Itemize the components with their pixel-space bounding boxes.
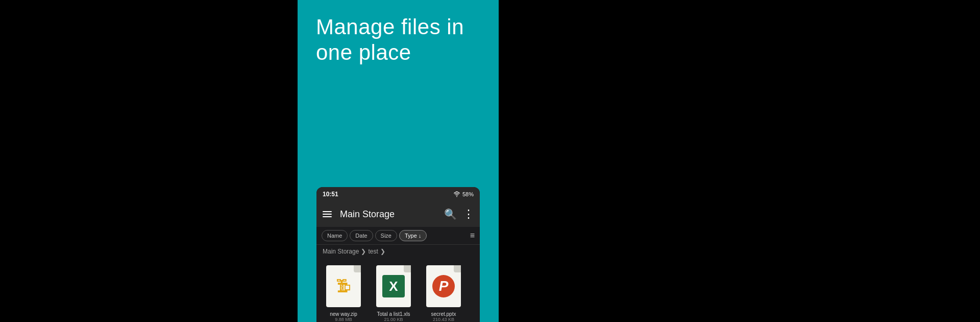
status-bar: 10:51 58% <box>316 187 480 201</box>
ppt-icon: P <box>432 275 455 297</box>
xls-filesize: 21.00 KB <box>384 317 403 322</box>
center-panel: Manage files in one place 10:51 58% Main… <box>298 0 499 322</box>
excel-icon: X <box>382 275 405 297</box>
headline-line2: one place <box>316 40 411 64</box>
status-time: 10:51 <box>323 191 338 198</box>
battery-text: 58% <box>462 191 474 197</box>
sort-bar: Name Date Size Type ↓ ≡ <box>316 227 480 245</box>
file-item-zip[interactable]: 🗜 new way.zip 9.88 MB <box>321 263 366 322</box>
sort-size[interactable]: Size <box>375 230 397 241</box>
headline: Manage files in one place <box>298 0 482 76</box>
zip-filesize: 9.88 MB <box>335 317 352 322</box>
search-icon[interactable]: 🔍 <box>444 208 457 220</box>
phone-mockup: 10:51 58% Main Storage 🔍 ⋮ Name Date Si <box>316 187 480 322</box>
zip-icon: 🗜 <box>336 278 351 295</box>
breadcrumb-main[interactable]: Main Storage <box>323 248 359 255</box>
breadcrumb-sep1: ❯ <box>361 248 366 255</box>
breadcrumb-sep2: ❯ <box>380 248 385 255</box>
app-bar: Main Storage 🔍 ⋮ <box>316 201 480 227</box>
zip-filename: new way.zip <box>330 311 357 317</box>
pptx-page: P <box>426 265 461 307</box>
sort-type[interactable]: Type ↓ <box>399 230 427 241</box>
view-icon[interactable]: ≡ <box>470 231 475 240</box>
sort-date[interactable]: Date <box>350 230 373 241</box>
wifi-icon <box>453 191 460 198</box>
file-item-xls[interactable]: X Total a list1.xls 21.00 KB <box>371 263 416 322</box>
left-panel <box>0 0 298 322</box>
headline-line1: Manage files in <box>316 15 464 39</box>
right-panel <box>499 0 980 322</box>
file-item-pptx[interactable]: P secret.pptx 210.43 KB <box>421 263 467 322</box>
sort-name[interactable]: Name <box>322 230 348 241</box>
file-grid: 🗜 new way.zip 9.88 MB X Total a list1.xl… <box>316 258 480 322</box>
zip-page: 🗜 <box>326 265 361 307</box>
app-bar-title: Main Storage <box>340 209 438 220</box>
xls-icon-wrapper: X <box>373 263 414 309</box>
xls-filename: Total a list1.xls <box>377 311 410 317</box>
pptx-filename: secret.pptx <box>431 311 456 317</box>
status-icons: 58% <box>453 191 474 198</box>
menu-icon[interactable] <box>323 211 332 217</box>
breadcrumb: Main Storage ❯ test ❯ <box>316 245 480 258</box>
zip-icon-wrapper: 🗜 <box>323 263 364 309</box>
xls-page: X <box>376 265 411 307</box>
breadcrumb-test[interactable]: test <box>368 248 378 255</box>
more-icon[interactable]: ⋮ <box>463 208 474 221</box>
pptx-filesize: 210.43 KB <box>433 317 454 322</box>
pptx-icon-wrapper: P <box>423 263 464 309</box>
